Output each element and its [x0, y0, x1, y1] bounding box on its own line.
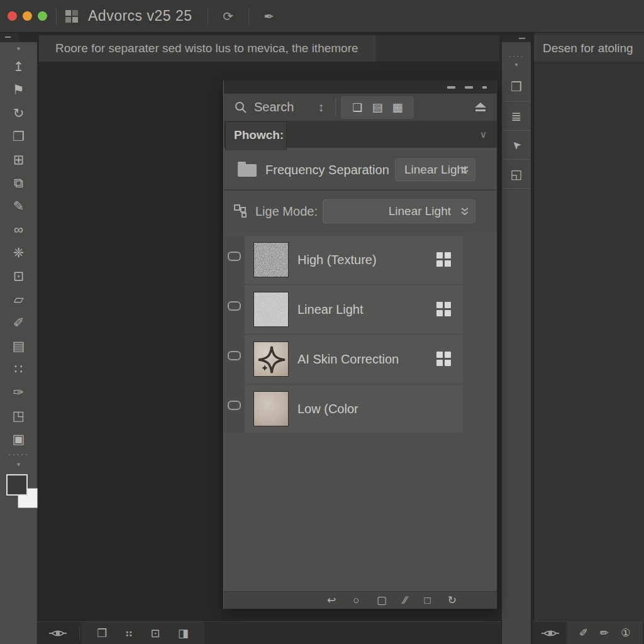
layers-tool[interactable]: ▣ [0, 427, 37, 450]
minimize-button[interactable] [23, 11, 32, 21]
right-icon-strip: ···· ▾ ❒ ≣ ➤ ◱ [501, 42, 531, 644]
copy-layout-tool[interactable]: ⧉ [0, 171, 37, 194]
move-handle-icon[interactable]: ↕ [318, 100, 324, 114]
right-dock-panel: Desen for atoling [533, 33, 644, 644]
search-row-divider [335, 98, 336, 117]
layer-name: High (Texture) [297, 236, 377, 284]
chevron-down-icon[interactable]: ∨ [480, 121, 487, 148]
folder-icon[interactable]: ❐ [97, 626, 107, 640]
eye-icon[interactable] [49, 628, 67, 639]
lige-mode-label: Lige Mode: [255, 191, 318, 232]
cursor-icon[interactable]: ➤ [502, 130, 531, 159]
group-name-label: Frequency Separation [265, 150, 389, 189]
tool-list: ↥ ⚑ ↻ ❐ ⊞ ⧉ ✎ ∞ ❈ ⊡ ▱ ✐ [0, 55, 37, 450]
rotate-view-tool[interactable]: ↻ [0, 101, 37, 125]
strip-dots: ···· [502, 42, 531, 61]
collage-icon[interactable]: ❒ [502, 72, 531, 101]
right-panel-header: Desen for atoling [534, 35, 644, 62]
close-button[interactable] [8, 11, 17, 21]
panel-preview-icon[interactable]: ❏ [352, 101, 362, 114]
history-loop-icon[interactable]: ⟳ [217, 9, 240, 24]
panel-split-icon[interactable]: ▤ [372, 101, 382, 114]
eye-icon[interactable] [541, 628, 559, 639]
artboard-icon[interactable]: ◱ [502, 159, 531, 188]
layer-name: AI Skin Correction [297, 335, 399, 383]
eject-collapse-icon[interactable] [473, 102, 488, 113]
stop-icon[interactable]: □ [424, 594, 430, 607]
pen-icon[interactable]: ✒ [258, 9, 280, 24]
toolbar-more-arrow[interactable]: ▾ [0, 460, 37, 469]
status-bar-right-icons: ✐✏① [567, 622, 643, 644]
panel-window-dashes [447, 86, 487, 89]
search-input[interactable]: Search [254, 100, 294, 114]
toolbar-collapse-arrow[interactable]: ▾ [0, 42, 37, 55]
tab-phowch[interactable]: Phowch: [225, 121, 287, 150]
dropdown-value: Linear Light [389, 200, 451, 223]
application-window: Advorcs v25 25 ⟳ ✒ ▾ ↥ ⚑ ↻ ❐ ⊞ ⧉ ✎ [0, 0, 644, 644]
pen-tool[interactable]: ✎ [0, 194, 37, 218]
selection-flag-tool[interactable]: ⚑ [0, 78, 37, 101]
panel-titlestrip[interactable] [224, 81, 497, 94]
strip-divider [502, 188, 531, 191]
toolbar-collapse-tab[interactable] [0, 33, 19, 42]
brush-icon[interactable]: ✐ [579, 626, 588, 640]
status-bar-divider [79, 626, 80, 640]
lige-mode-dropdown[interactable]: Linear Light [323, 199, 475, 223]
layer-row-low-color[interactable]: Low (Color [245, 385, 463, 433]
layer-thumbnail [253, 292, 289, 327]
panel-image-icon[interactable]: ▦ [392, 101, 402, 114]
edit-window-icon[interactable]: ⊡ [151, 626, 160, 640]
apps-grid-icon[interactable] [65, 10, 78, 23]
options-bar-extension [376, 35, 499, 62]
frame-export-tool[interactable]: ◳ [0, 404, 37, 427]
titlebar: Advorcs v25 25 ⟳ ✒ [0, 0, 644, 33]
pen-nib-icon[interactable]: ✏ [600, 626, 609, 640]
window-title: Advorcs v25 25 [88, 8, 192, 25]
layer-grid-icon[interactable] [436, 302, 452, 317]
tools-sidebar: ▾ ↥ ⚑ ↻ ❐ ⊞ ⧉ ✎ ∞ ❈ ⊡ ▱ [0, 42, 38, 644]
split-view-icon[interactable]: ◨ [178, 626, 189, 640]
bottom-status-bar: ❐⠶⊡◨ [38, 621, 501, 644]
strip-collapse-tab[interactable] [504, 35, 529, 42]
foreground-color-swatch[interactable] [6, 474, 28, 496]
lige-mode-row: Lige Mode: Linear Light [224, 191, 497, 232]
zoom-button[interactable] [38, 11, 47, 21]
layer-row-ai-skin-correction[interactable]: AI Skin Correction [245, 335, 463, 383]
bottom-status-bar-right: ✐✏① [533, 621, 644, 644]
layer-thumbnail [253, 242, 289, 277]
strip-collapse-arrow[interactable]: ▾ [502, 61, 531, 72]
crop-tool[interactable]: ⊡ [0, 264, 37, 287]
screen-tool[interactable]: ▤ [0, 334, 37, 357]
visibility-toggle[interactable] [228, 252, 241, 261]
slash-pen-icon[interactable]: ∕∕ [404, 594, 408, 607]
eraser-tool[interactable]: ▱ [0, 287, 37, 311]
options-bar: Roore for separater sed wisto lus to mev… [39, 35, 376, 62]
layer-row-high-texture[interactable]: High (Texture) [245, 236, 463, 284]
move-tool[interactable]: ↥ [0, 55, 37, 78]
comment-icon[interactable]: ▢ [377, 594, 387, 607]
adjustments-list-icon[interactable]: ≣ [502, 101, 531, 130]
visibility-toggle[interactable] [228, 401, 241, 410]
circle-icon[interactable]: ○ [353, 594, 359, 607]
visibility-toggle[interactable] [228, 351, 241, 360]
marquee-add-tool[interactable]: ⊞ [0, 148, 37, 171]
layers-floating-panel: Search ↕ ❏▤▦ Phowch: ∨ Frequency Separat… [223, 80, 497, 609]
layer-grid-icon[interactable] [436, 352, 452, 367]
layer-name: Linear Light [297, 286, 364, 333]
layer-row-linear-light[interactable]: Linear Light [245, 286, 463, 333]
search-icon[interactable] [234, 101, 248, 114]
visibility-toggle[interactable] [228, 301, 241, 311]
pattern-tool[interactable]: ∷ [0, 357, 37, 380]
healing-brush-tool[interactable]: ❈ [0, 241, 37, 264]
duplicate-tool[interactable]: ❐ [0, 125, 37, 148]
grid-dots-icon[interactable]: ⠶ [125, 626, 133, 640]
link-tool[interactable]: ∞ [0, 218, 37, 241]
layer-grid-icon[interactable] [436, 252, 452, 267]
undo-icon[interactable]: ↩ [327, 594, 336, 607]
layer-thumbnail [253, 341, 289, 377]
redo-icon[interactable]: ↻ [448, 594, 457, 607]
pencil-tool[interactable]: ✑ [0, 380, 37, 404]
info-icon[interactable]: ① [621, 626, 630, 640]
brush-tool[interactable]: ✐ [0, 311, 37, 334]
blend-mode-dropdown[interactable]: Linear Light [395, 158, 475, 181]
